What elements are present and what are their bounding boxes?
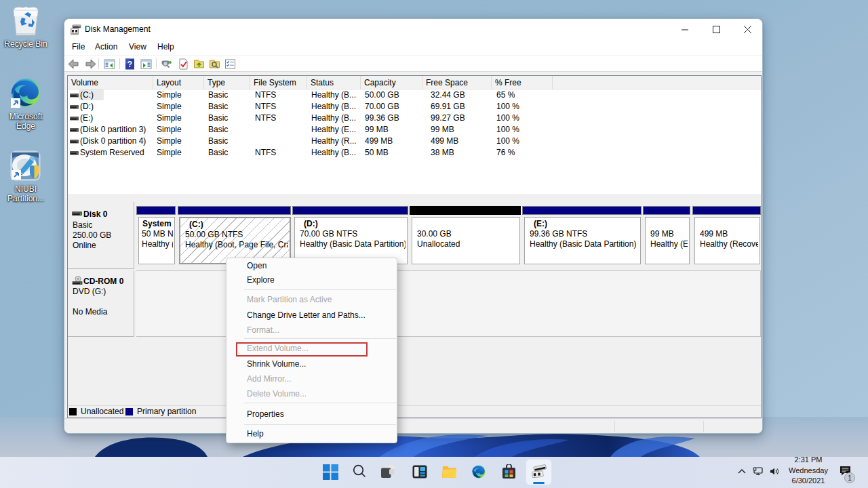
svg-text:?: ? (127, 60, 132, 69)
